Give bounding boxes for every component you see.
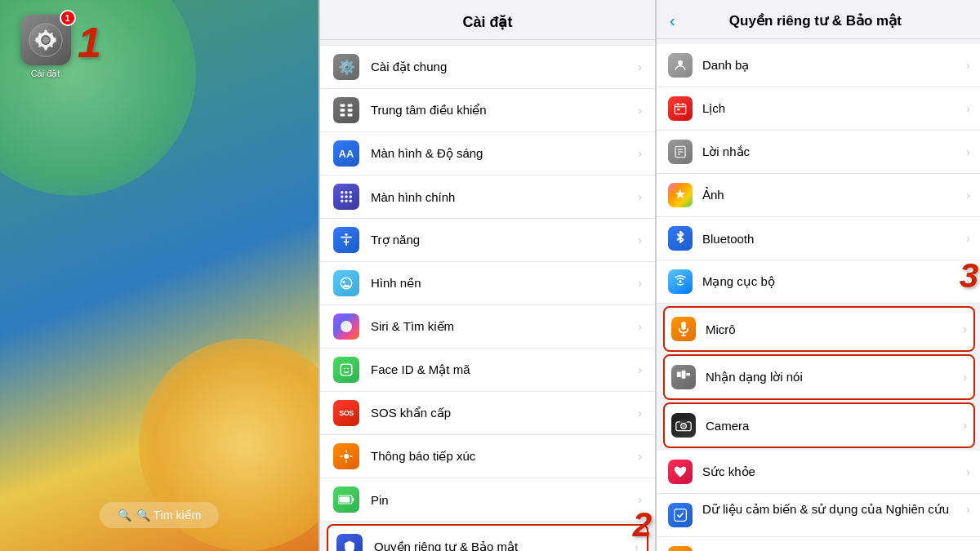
svg-rect-43 — [681, 322, 685, 330]
chevron-icon: › — [638, 363, 642, 376]
svg-rect-52 — [680, 420, 687, 422]
battery-label: Pin — [371, 493, 638, 507]
svg-rect-12 — [341, 196, 343, 198]
privacy-item-health[interactable]: Sức khỏe › — [657, 451, 980, 494]
faceid-icon — [333, 357, 359, 383]
privacy-item-local-network[interactable]: Mạng cục bộ › — [657, 260, 980, 304]
settings-item-faceid[interactable]: Face ID & Mật mã › — [320, 349, 655, 392]
settings-header: Cài đặt — [320, 0, 655, 40]
sos-label: SOS khẩn cấp — [371, 406, 638, 420]
general-icon: ⚙️ — [333, 54, 359, 80]
reminders-icon — [668, 140, 693, 164]
privacy-item-photos[interactable]: Ảnh › — [657, 174, 980, 217]
chevron-icon: › — [966, 189, 970, 202]
settings-item-general[interactable]: ⚙️ Cài đặt chung › — [320, 45, 655, 89]
svg-rect-37 — [677, 109, 679, 110]
svg-rect-46 — [677, 371, 681, 377]
homescreen-icon — [333, 184, 359, 210]
svg-point-2 — [42, 37, 48, 43]
settings-item-sos[interactable]: SOS SOS khẩn cấp › — [320, 392, 655, 435]
photos-label: Ảnh — [702, 188, 966, 202]
svg-rect-17 — [350, 200, 352, 202]
privacy-item-contacts[interactable]: Danh bạ › — [657, 44, 980, 87]
homekit-icon — [668, 546, 693, 551]
privacy-header: ‹ Quyền riêng tư & Bảo mật — [657, 0, 980, 39]
privacy-item-camera[interactable]: Camera › — [663, 402, 975, 448]
chevron-icon: › — [638, 320, 642, 333]
settings-icon-box: 1 — [20, 15, 71, 65]
privacy-item-microphone[interactable]: Micrô › — [663, 306, 975, 352]
chevron-icon: › — [638, 450, 642, 463]
svg-point-20 — [343, 281, 345, 283]
chevron-icon: › — [963, 371, 967, 384]
step-number-2: 2 — [633, 505, 652, 544]
wallpaper-icon — [333, 270, 359, 296]
settings-item-display[interactable]: AA Màn hình & Độ sáng › — [320, 132, 655, 176]
svg-rect-30 — [352, 498, 354, 501]
siri-icon — [333, 313, 359, 340]
battery-icon — [333, 487, 359, 513]
chevron-icon: › — [638, 407, 642, 420]
privacy-item-reminders[interactable]: Lời nhắc › — [657, 131, 980, 174]
accessibility-icon — [333, 227, 359, 253]
svg-rect-9 — [341, 191, 343, 193]
control-center-icon — [333, 97, 359, 123]
settings-item-privacy[interactable]: Quyền riêng tư & Bảo mật › — [327, 524, 648, 551]
chevron-icon: › — [966, 465, 970, 478]
svg-rect-14 — [350, 196, 352, 198]
svg-point-42 — [679, 280, 681, 282]
local-network-label: Mạng cục bộ — [702, 274, 966, 289]
chevron-icon: › — [963, 322, 967, 335]
privacy-item-bluetooth[interactable]: Bluetooth › — [657, 217, 980, 260]
search-bar[interactable]: 🔍 🔍 Tìm kiếm — [100, 502, 219, 528]
camera-label: Camera — [706, 419, 963, 433]
settings-item-wallpaper[interactable]: Hình nền › — [320, 262, 655, 305]
settings-item-accessibility[interactable]: Trợ năng › — [320, 219, 655, 262]
svg-rect-16 — [345, 200, 348, 202]
settings-app[interactable]: 1 Cài đặt — [15, 15, 76, 79]
svg-rect-7 — [341, 113, 345, 116]
privacy-panel: ‹ Quyền riêng tư & Bảo mật Danh bạ › Lịc… — [657, 0, 980, 551]
wallpaper-label: Hình nền — [371, 276, 638, 291]
research-label: Dữ liệu cảm biến & sử dụng của Nghiên cứ… — [702, 501, 966, 518]
general-label: Cài đặt chung — [371, 60, 638, 74]
privacy-item-research[interactable]: Dữ liệu cảm biến & sử dụng của Nghiên cứ… — [657, 494, 980, 537]
svg-point-18 — [345, 233, 347, 236]
accessibility-label: Trợ năng — [371, 233, 638, 247]
svg-rect-3 — [341, 104, 345, 107]
bluetooth-label: Bluetooth — [702, 232, 966, 246]
privacy-item-homekit[interactable]: HomeKit › — [657, 537, 980, 551]
health-icon — [668, 460, 693, 484]
settings-item-exposure[interactable]: Thông báo tiếp xúc › — [320, 435, 655, 478]
chevron-icon: › — [638, 190, 642, 203]
privacy-item-speech[interactable]: Nhận dạng lời nói › — [663, 354, 975, 400]
camera-icon — [671, 413, 696, 438]
settings-item-control-center[interactable]: Trung tâm điều khiển › — [320, 89, 655, 132]
settings-item-battery[interactable]: Pin › — [320, 478, 655, 522]
chevron-icon: › — [963, 419, 967, 432]
svg-point-24 — [344, 454, 349, 459]
chevron-icon: › — [638, 493, 642, 506]
homescreen-label: Màn hình chính — [371, 190, 638, 204]
chevron-icon: › — [638, 104, 642, 117]
local-network-icon — [668, 269, 693, 294]
svg-point-51 — [682, 424, 684, 427]
control-center-label: Trung tâm điều khiển — [371, 103, 638, 118]
faceid-label: Face ID & Mật mã — [371, 362, 638, 377]
svg-rect-13 — [345, 196, 348, 198]
microphone-label: Micrô — [706, 322, 963, 336]
chevron-icon: › — [966, 145, 970, 158]
settings-item-siri[interactable]: Siri & Tìm kiếm › — [320, 305, 655, 349]
reminders-label: Lời nhắc — [702, 144, 966, 159]
privacy-label: Quyền riêng tư & Bảo mật — [374, 540, 635, 551]
calendar-label: Lịch — [702, 101, 966, 116]
search-icon: 🔍 — [118, 509, 131, 522]
back-button[interactable]: ‹ — [670, 11, 675, 30]
svg-rect-10 — [345, 191, 348, 193]
privacy-item-calendar[interactable]: Lịch › — [657, 87, 980, 131]
settings-item-homescreen[interactable]: Màn hình chính › — [320, 176, 655, 219]
chevron-icon: › — [966, 232, 970, 245]
health-label: Sức khỏe — [702, 464, 966, 479]
privacy-title: Quyền riêng tư & Bảo mật — [682, 12, 949, 29]
svg-rect-4 — [348, 104, 353, 107]
